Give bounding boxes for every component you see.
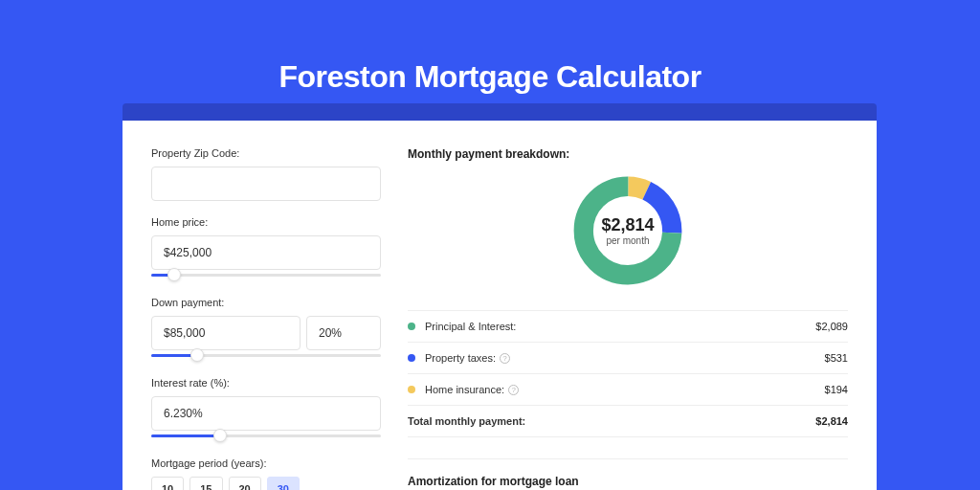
period-btn-20[interactable]: 20	[229, 477, 261, 490]
slider-fill	[151, 434, 220, 437]
info-icon[interactable]: ?	[500, 353, 510, 364]
down-amount-input[interactable]	[151, 316, 301, 350]
dot-icon	[408, 386, 415, 393]
donut-center: $2,814 per month	[569, 172, 686, 289]
period-btn-15[interactable]: 15	[189, 477, 222, 490]
period-buttons: 10 15 20 30	[151, 477, 381, 490]
legend-value: $194	[825, 384, 848, 395]
legend-row-principal: Principal & Interest: $2,089	[408, 311, 848, 343]
zip-label: Property Zip Code:	[151, 147, 381, 159]
slider-thumb[interactable]	[213, 429, 227, 442]
legend-text: Principal & Interest:	[425, 321, 516, 332]
donut-chart: $2,814 per month	[569, 172, 686, 289]
down-label: Down payment:	[151, 297, 381, 308]
legend-label: Principal & Interest:	[425, 321, 815, 332]
legend-value: $531	[825, 352, 848, 364]
donut-amount: $2,814	[601, 215, 654, 235]
legend-label: Property taxes: ?	[425, 352, 825, 364]
page-title: Foreston Mortgage Calculator	[0, 0, 980, 95]
legend-text: Home insurance:	[425, 384, 504, 395]
price-input[interactable]	[151, 235, 381, 270]
slider-thumb[interactable]	[167, 268, 181, 281]
slider-thumb[interactable]	[190, 348, 204, 362]
zip-input[interactable]	[151, 167, 381, 201]
rate-input[interactable]	[151, 396, 381, 431]
legend-text: Property taxes:	[425, 352, 496, 364]
breakdown-column: Monthly payment breakdown: $2,814 per mo…	[408, 147, 848, 490]
dot-icon	[408, 354, 415, 362]
legend-total-label: Total monthly payment:	[408, 415, 815, 427]
calculator-card: Property Zip Code: Home price: Down paym…	[122, 121, 877, 490]
rate-slider[interactable]	[151, 433, 381, 444]
slider-track	[151, 274, 381, 277]
down-row	[151, 316, 381, 352]
legend-value: $2,089	[815, 321, 848, 332]
legend-row-taxes: Property taxes: ? $531	[408, 343, 848, 374]
price-slider[interactable]	[151, 272, 381, 283]
legend-row-insurance: Home insurance: ? $194	[408, 374, 848, 406]
down-slider[interactable]	[151, 352, 381, 364]
amortization-section: Amortization for mortgage loan Amortizat…	[408, 458, 848, 490]
donut-wrap: $2,814 per month	[408, 172, 848, 289]
legend: Principal & Interest: $2,089 Property ta…	[408, 310, 848, 437]
price-label: Home price:	[151, 216, 381, 228]
down-pct-input[interactable]	[306, 316, 381, 350]
rate-label: Interest rate (%):	[151, 377, 381, 389]
form-column: Property Zip Code: Home price: Down paym…	[151, 147, 381, 490]
period-btn-30[interactable]: 30	[267, 477, 300, 490]
info-icon[interactable]: ?	[508, 385, 519, 395]
card-shadow-wrap: Property Zip Code: Home price: Down paym…	[122, 103, 877, 490]
period-label: Mortgage period (years):	[151, 457, 381, 469]
dot-icon	[408, 323, 415, 330]
breakdown-heading: Monthly payment breakdown:	[408, 147, 848, 161]
legend-total-value: $2,814	[815, 415, 848, 427]
page-root: Foreston Mortgage Calculator Property Zi…	[0, 0, 980, 490]
legend-row-total: Total monthly payment: $2,814	[408, 406, 848, 437]
amortization-heading: Amortization for mortgage loan	[408, 475, 848, 488]
period-btn-10[interactable]: 10	[151, 477, 184, 490]
legend-label: Home insurance: ?	[425, 384, 825, 395]
donut-sub: per month	[606, 235, 649, 246]
